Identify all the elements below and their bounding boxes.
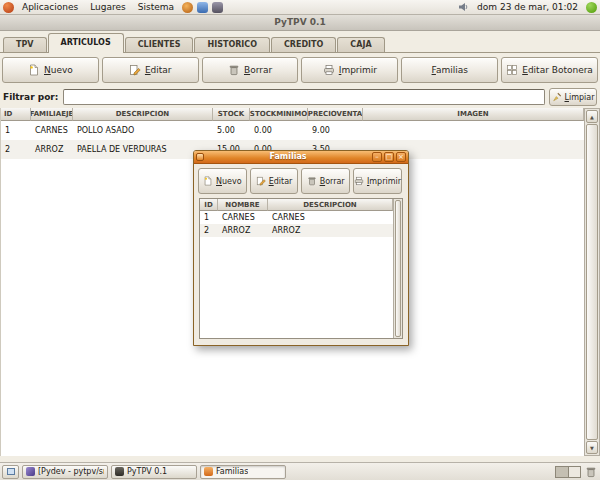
taskbar-item-pytpv[interactable]: PyTPV 0.1 <box>111 465 197 479</box>
familias-window-icon <box>204 467 213 476</box>
col-header-stockminimo[interactable]: STOCKMINIMO <box>250 108 308 121</box>
trash-icon <box>585 466 597 478</box>
familias-button[interactable]: Familias <box>401 57 498 83</box>
table-row[interactable]: 1 CARNES CARNES <box>200 211 393 224</box>
close-button[interactable]: × <box>396 152 406 162</box>
col-header-descripcion[interactable]: DESCRIPCION <box>268 199 393 211</box>
panel-right-group: dom 23 de mar, 01:02 <box>457 0 597 14</box>
dialog-editar-button[interactable]: Editar <box>250 168 299 194</box>
col-header-id[interactable]: ID <box>200 199 218 211</box>
workspace-switcher[interactable] <box>555 466 581 478</box>
taskbar-item-pydev[interactable]: [Pydev - pytpv/src/pyt... <box>22 465 108 479</box>
window-titlebar[interactable]: PyTPV 0.1 <box>0 15 600 31</box>
pydev-icon <box>26 467 35 476</box>
cell-nombre: CARNES <box>218 211 268 224</box>
minimize-button[interactable]: – <box>372 152 382 162</box>
vertical-scrollbar[interactable]: ▲ ▼ <box>584 108 600 456</box>
maximize-icon: □ <box>386 153 393 161</box>
familias-table: ID NOMBRE DESCRIPCION 1 CARNES CARNES 2 … <box>199 198 403 339</box>
col-header-stock[interactable]: STOCK <box>213 108 250 121</box>
dialog-borrar-button[interactable]: Borrar <box>301 168 350 194</box>
cell-id: 2 <box>200 224 218 237</box>
edit-icon <box>256 176 266 186</box>
top-panel: Aplicaciones Lugares Sistema dom 23 de m… <box>0 0 600 15</box>
printer-icon <box>323 64 335 76</box>
dialog-vertical-scrollbar[interactable] <box>393 199 402 338</box>
scroll-up-button[interactable]: ▲ <box>586 110 598 123</box>
dialog-imprimir-label: Imprimir <box>367 177 401 186</box>
browser-icon[interactable] <box>182 2 193 13</box>
editar-button[interactable]: Editar <box>102 57 199 83</box>
menu-aplicaciones[interactable]: Aplicaciones <box>18 0 82 14</box>
close-icon: × <box>398 153 404 161</box>
maximize-button[interactable]: □ <box>384 152 394 162</box>
cell-imagen <box>363 121 584 140</box>
scroll-down-icon: ▼ <box>590 445 594 451</box>
cell-nombre: ARROZ <box>218 224 268 237</box>
editar-botonera-label: Editar Botonera <box>522 65 593 75</box>
borrar-label: Borrar <box>244 65 272 75</box>
familias-table-header: ID NOMBRE DESCRIPCION <box>200 199 393 211</box>
scroll-down-button[interactable]: ▼ <box>586 441 598 454</box>
editar-botonera-button[interactable]: Editar Botonera <box>501 57 598 83</box>
volume-icon[interactable] <box>457 1 469 13</box>
limpiar-button[interactable]: Limpiar <box>549 88 597 106</box>
tab-articulos[interactable]: ARTICULOS <box>48 33 124 53</box>
table-row[interactable]: 2 ARROZ ARROZ <box>200 224 393 237</box>
nuevo-button[interactable]: Nuevo <box>2 57 99 83</box>
scrollbar-thumb[interactable] <box>586 124 598 440</box>
show-desktop-button[interactable] <box>2 465 19 479</box>
dialog-scrollbar-thumb[interactable] <box>395 200 401 337</box>
dialog-imprimir-button[interactable]: Imprimir <box>353 168 402 194</box>
menu-sistema[interactable]: Sistema <box>134 0 178 14</box>
cell-familia: ARROZ <box>31 140 73 159</box>
col-header-id[interactable]: ID <box>1 108 31 121</box>
trash-applet[interactable] <box>584 465 598 479</box>
col-header-imagen[interactable]: IMAGEN <box>363 108 584 121</box>
show-desktop-icon <box>7 468 15 475</box>
window-title: PyTPV 0.1 <box>274 17 325 27</box>
tab-credito[interactable]: CREDITO <box>271 37 336 53</box>
tab-clientes[interactable]: CLIENTES <box>125 37 194 53</box>
panel-left-group: Aplicaciones Lugares Sistema <box>3 0 223 14</box>
clean-icon <box>552 92 562 102</box>
borrar-button[interactable]: Borrar <box>202 57 299 83</box>
dialog-titlebar[interactable]: Familias – □ × <box>194 151 408 164</box>
monitor-icon[interactable] <box>212 2 223 13</box>
chat-icon[interactable] <box>197 2 208 13</box>
main-toolbar: Nuevo Editar Borrar <box>2 56 598 84</box>
limpiar-label: Limpiar <box>565 93 595 102</box>
task-label: [Pydev - pytpv/src/pyt... <box>38 467 104 476</box>
task-label: Familias <box>216 467 248 476</box>
col-header-nombre[interactable]: NOMBRE <box>218 199 268 211</box>
clock[interactable]: dom 23 de mar, 01:02 <box>473 2 582 12</box>
table-row[interactable]: 1 CARNES POLLO ASADO 5.00 0.00 9.00 <box>1 121 584 140</box>
col-header-descripcion[interactable]: DESCRIPCION <box>73 108 213 121</box>
imprimir-button[interactable]: Imprimir <box>301 57 398 83</box>
minimize-icon: – <box>375 153 379 161</box>
col-header-familia[interactable]: FAMILIAEJE <box>31 108 73 121</box>
menu-lugares[interactable]: Lugares <box>86 0 130 14</box>
articulos-table-header: ID FAMILIAEJE DESCRIPCION STOCK STOCKMIN… <box>1 108 584 121</box>
status-green-icon[interactable] <box>586 2 597 13</box>
workspace-1[interactable] <box>556 467 569 477</box>
editar-label: Editar <box>145 65 172 75</box>
dialog-nuevo-button[interactable]: Nuevo <box>198 168 247 194</box>
tab-historico[interactable]: HISTORICO <box>194 37 270 53</box>
printer-icon <box>354 176 364 186</box>
dialog-borrar-label: Borrar <box>320 177 345 186</box>
trash-icon <box>228 64 240 76</box>
cell-descripcion: POLLO ASADO <box>73 121 213 140</box>
filter-row: Filtrar por: Limpiar <box>3 86 597 108</box>
filter-input[interactable] <box>63 89 545 105</box>
trash-icon <box>307 176 317 186</box>
tab-tpv[interactable]: TPV <box>3 37 47 53</box>
col-header-precioventa[interactable]: PRECIOVENTA <box>308 108 363 121</box>
distro-logo-icon[interactable] <box>3 2 14 13</box>
workspace-2[interactable] <box>569 467 581 477</box>
tab-caja[interactable]: CAJA <box>337 37 384 53</box>
taskbar-item-familias[interactable]: Familias <box>200 465 286 479</box>
cell-stock: 5.00 <box>213 121 250 140</box>
cell-id: 1 <box>200 211 218 224</box>
cell-id: 2 <box>1 140 31 159</box>
